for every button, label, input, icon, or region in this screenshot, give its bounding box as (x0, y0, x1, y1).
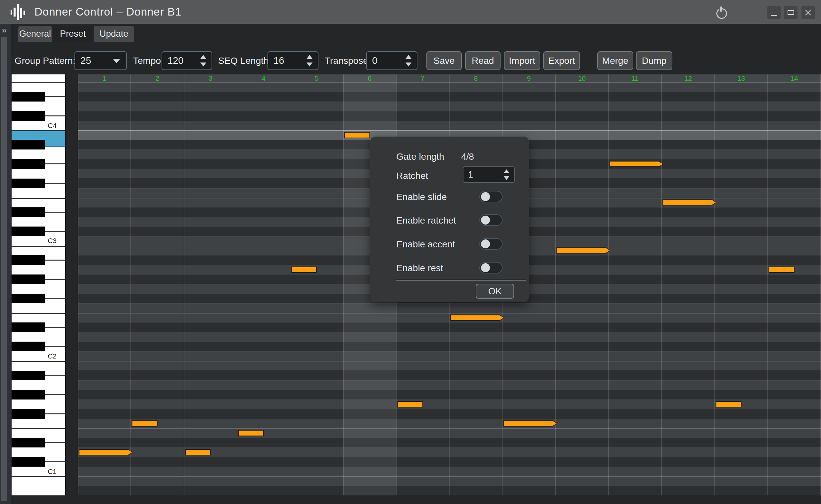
piano-key-A#3[interactable] (12, 140, 65, 149)
piano-key-D3[interactable] (12, 217, 65, 227)
piano-key-A2[interactable] (12, 265, 65, 274)
piano-key-A#1[interactable] (12, 371, 65, 380)
piano-key-D2[interactable] (12, 332, 65, 342)
rail-scrollbar[interactable] (1, 37, 7, 501)
piano-key-B1[interactable] (12, 361, 65, 370)
piano-key-B2[interactable] (12, 246, 65, 255)
piano-key-A#0[interactable] (12, 486, 65, 495)
piano-key-A#2[interactable] (12, 255, 65, 265)
power-icon[interactable] (715, 5, 728, 19)
piano-key-D#2[interactable] (12, 322, 65, 332)
black-key-c-2[interactable] (12, 342, 45, 351)
minimize-button[interactable] (767, 6, 781, 19)
note-step-14[interactable] (769, 267, 795, 273)
piano-key-F4[interactable] (12, 74, 65, 82)
ratchet-stepper[interactable]: 1 (463, 166, 515, 183)
piano-key-D#1[interactable] (12, 438, 65, 447)
piano-key-B0[interactable] (12, 476, 65, 486)
black-key-d-2[interactable] (12, 322, 45, 332)
spin-down-icon[interactable] (406, 63, 411, 66)
piano-key-G1[interactable] (12, 399, 65, 409)
piano-key-C3[interactable]: C3 (12, 236, 65, 246)
piano-key-F#3[interactable] (12, 179, 65, 188)
enable-slide-toggle[interactable] (479, 191, 502, 202)
note-step-8[interactable] (450, 315, 504, 321)
maximize-button[interactable] (784, 6, 798, 19)
note-step-13[interactable] (716, 401, 742, 407)
piano-key-C#1[interactable] (12, 457, 65, 467)
black-key-d-3[interactable] (12, 207, 45, 217)
note-step-2[interactable] (132, 420, 157, 427)
piano-key-D4[interactable] (12, 102, 65, 111)
merge-button[interactable]: Merge (597, 51, 633, 70)
piano-key-D1[interactable] (12, 447, 65, 457)
piano-key-E2[interactable] (12, 313, 65, 322)
black-key-f-2[interactable] (12, 294, 45, 303)
spin-up-icon[interactable] (200, 55, 206, 59)
enable-ratchet-toggle[interactable] (479, 214, 502, 226)
black-key-c-4[interactable] (12, 111, 45, 121)
save-button[interactable]: Save (426, 51, 462, 70)
piano-key-A1[interactable] (12, 380, 65, 390)
black-key-a-1[interactable] (12, 371, 45, 380)
piano-key-C#3[interactable] (12, 227, 65, 236)
note-step-12[interactable] (663, 199, 716, 206)
note-step-4[interactable] (238, 430, 264, 436)
tab-preset[interactable]: Preset (53, 26, 92, 42)
black-key-d-1[interactable] (12, 438, 45, 447)
note-step-11[interactable] (609, 161, 664, 167)
black-key-f-1[interactable] (12, 409, 45, 419)
tab-update[interactable]: Update (94, 26, 134, 42)
black-key-d-4[interactable] (12, 92, 45, 102)
piano-key-C1[interactable]: C1 (12, 467, 65, 476)
spin-down-icon[interactable] (307, 63, 313, 66)
piano-key-F#1[interactable] (12, 409, 65, 419)
black-key-g-1[interactable] (12, 390, 45, 399)
collapse-chevrons-icon[interactable]: » (2, 25, 7, 35)
piano-key-B3[interactable] (12, 130, 65, 140)
spin-up-icon[interactable] (503, 169, 509, 173)
black-key-c-1[interactable] (12, 457, 45, 467)
piano-key-E1[interactable] (12, 428, 65, 438)
tempo-stepper[interactable]: 120 (161, 51, 212, 70)
note-step-7[interactable] (397, 401, 423, 407)
piano-key-F3[interactable] (12, 188, 65, 198)
piano-key-E3[interactable] (12, 198, 65, 207)
spin-down-icon[interactable] (200, 63, 206, 66)
note-step-5[interactable] (291, 267, 317, 273)
transpose-stepper[interactable]: 0 (366, 51, 417, 70)
note-step-1[interactable] (79, 449, 133, 455)
read-button[interactable]: Read (465, 51, 500, 70)
close-button[interactable] (801, 6, 815, 19)
note-step-10[interactable] (556, 247, 610, 254)
piano-key-G#2[interactable] (12, 274, 65, 284)
piano-key-C#4[interactable] (12, 111, 65, 121)
dump-button[interactable]: Dump (636, 51, 672, 70)
note-step-9[interactable] (503, 420, 557, 427)
piano-key-G3[interactable] (12, 169, 65, 178)
piano-key-G#1[interactable] (12, 390, 65, 399)
export-button[interactable]: Export (543, 51, 580, 70)
black-key-a-2[interactable] (12, 255, 45, 265)
enable-accent-toggle[interactable] (479, 238, 502, 250)
black-key-f-3[interactable] (12, 179, 45, 188)
piano-key-G#3[interactable] (12, 159, 65, 169)
enable-rest-toggle[interactable] (479, 262, 502, 273)
piano-key-A3[interactable] (12, 149, 65, 159)
note-step-3[interactable] (185, 449, 211, 455)
piano-key-F2[interactable] (12, 303, 65, 313)
piano-key-D#4[interactable] (12, 92, 65, 102)
piano-key-C4[interactable]: C4 (12, 121, 65, 130)
black-key-a-3[interactable] (12, 140, 45, 149)
piano-key-D#3[interactable] (12, 207, 65, 217)
black-key-c-3[interactable] (12, 227, 45, 236)
seq-length-stepper[interactable]: 16 (268, 51, 319, 70)
piano-key-G2[interactable] (12, 284, 65, 294)
ok-button[interactable]: OK (476, 284, 514, 299)
piano-key-F#2[interactable] (12, 294, 65, 303)
note-step-6-selected[interactable] (344, 132, 370, 138)
piano-key-F1[interactable] (12, 419, 65, 428)
piano-key-E4[interactable] (12, 82, 65, 92)
spin-up-icon[interactable] (307, 55, 313, 59)
import-button[interactable]: Import (504, 51, 540, 70)
